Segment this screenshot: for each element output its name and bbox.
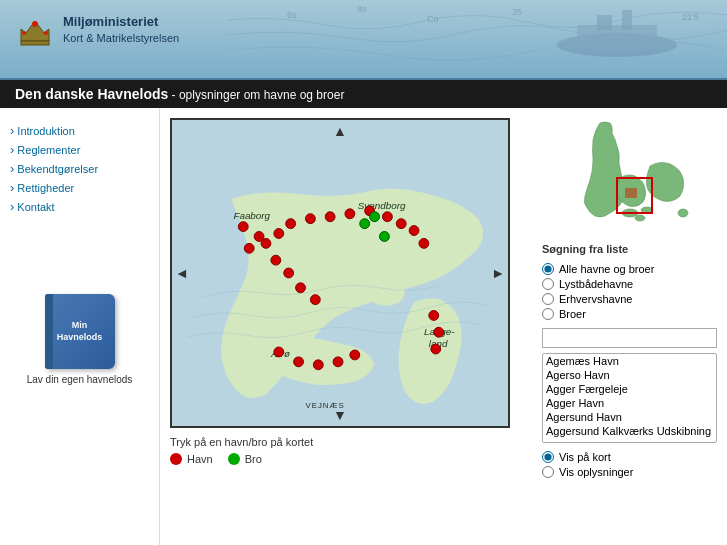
svg-point-44: [429, 311, 439, 321]
legend-bro: Bro: [228, 453, 262, 465]
radio-all-label: Alle havne og broer: [559, 263, 654, 275]
svg-point-38: [310, 295, 320, 305]
map-arrow-bottom[interactable]: ▼: [333, 407, 347, 423]
svg-point-41: [313, 360, 323, 370]
havn-dot: [170, 453, 182, 465]
sidebar: Introduktion Reglementer Bekendtgørelser…: [0, 108, 160, 545]
title-subtitle: - oplysninger om havne og broer: [168, 88, 344, 102]
map-arrow-left[interactable]: ◄: [175, 265, 189, 281]
svg-rect-55: [625, 188, 637, 198]
nav-item-bekendtgorelser[interactable]: Bekendtgørelser: [10, 161, 149, 176]
search-radio-group: Alle havne og broer Lystbådehavne Erhver…: [542, 263, 717, 320]
view-oplysninger[interactable]: Vis oplysninger: [542, 466, 717, 478]
header: Miljøministeriet Kort & Matrikelstyrelse…: [0, 0, 727, 80]
min-havnelods-box: Min Havnelods Lav din egen havnelods: [10, 294, 149, 385]
svg-point-36: [284, 268, 294, 278]
radio-all-input[interactable]: [542, 263, 554, 275]
svg-point-53: [678, 209, 688, 217]
search-title: Søgning fra liste: [542, 243, 717, 255]
svg-text:6s: 6s: [287, 10, 297, 20]
harbor-option-2[interactable]: Agerso Havn: [543, 368, 716, 382]
nav-link-rettigheder[interactable]: Rettigheder: [10, 180, 149, 195]
svg-text:35: 35: [512, 7, 522, 17]
svg-point-4: [44, 31, 48, 35]
view-kort-input[interactable]: [542, 451, 554, 463]
nav-link-kontakt[interactable]: Kontakt: [10, 199, 149, 214]
logo-area: Miljøministeriet Kort & Matrikelstyrelse…: [15, 10, 179, 50]
view-kort-label: Vis på kort: [559, 451, 611, 463]
nav-link-bekendtgorelser[interactable]: Bekendtgørelser: [10, 161, 149, 176]
main-content: Introduktion Reglementer Bekendtgørelser…: [0, 108, 727, 545]
map-area: ▲ ▼ ◄ ►: [160, 108, 532, 545]
denmark-overview-map: [565, 118, 695, 228]
nav-item-kontakt[interactable]: Kontakt: [10, 199, 149, 214]
search-input[interactable]: [542, 328, 717, 348]
radio-broer[interactable]: Broer: [542, 308, 717, 320]
radio-broer-input[interactable]: [542, 308, 554, 320]
title-bar: Den danske Havnelods - oplysninger om ha…: [0, 80, 727, 108]
view-kort[interactable]: Vis på kort: [542, 451, 717, 463]
map-click-instruction: Tryk på en havn/bro på kortet: [170, 436, 522, 448]
logo-text: Miljøministeriet Kort & Matrikelstyrelse…: [63, 14, 179, 45]
svg-text:Faaborg: Faaborg: [233, 210, 270, 221]
harbor-list[interactable]: Agemæs Havn Agerso Havn Agger Færgeleje …: [542, 353, 717, 443]
view-oplysninger-input[interactable]: [542, 466, 554, 478]
svg-point-34: [419, 238, 429, 248]
book-icon[interactable]: Min Havnelods: [45, 294, 115, 369]
right-panel: Søgning fra liste Alle havne og broer Ly…: [532, 108, 727, 545]
svg-point-37: [296, 283, 306, 293]
map-arrow-top[interactable]: ▲: [333, 123, 347, 139]
nav-item-reglementer[interactable]: Reglementer: [10, 142, 149, 157]
map-legend: Havn Bro: [170, 453, 522, 465]
radio-erhvervs-label: Erhvervshavne: [559, 293, 632, 305]
radio-lystbade-label: Lystbådehavne: [559, 278, 633, 290]
svg-text:Co: Co: [427, 14, 439, 24]
harbor-option-4[interactable]: Agger Havn: [543, 396, 716, 410]
svg-point-47: [360, 219, 370, 229]
bro-label: Bro: [245, 453, 262, 465]
havn-label: Havn: [187, 453, 213, 465]
map-svg[interactable]: Faaborg Svendborg Ærø Lange- land VEJNÆS: [172, 120, 508, 426]
svg-rect-1: [21, 41, 49, 45]
svg-point-33: [409, 226, 419, 236]
radio-lystbade-input[interactable]: [542, 278, 554, 290]
nav-item-introduktion[interactable]: Introduktion: [10, 123, 149, 138]
svg-point-23: [244, 243, 254, 253]
book-icon-text: Min Havnelods: [57, 320, 103, 343]
harbor-option-1[interactable]: Agemæs Havn: [543, 354, 716, 368]
radio-erhvervs[interactable]: Erhvervshavne: [542, 293, 717, 305]
view-oplysninger-label: Vis oplysninger: [559, 466, 633, 478]
map-footer: Tryk på en havn/bro på kortet Havn Bro: [170, 436, 522, 465]
svg-rect-8: [622, 10, 632, 30]
svg-point-32: [396, 219, 406, 229]
radio-lystbade[interactable]: Lystbådehavne: [542, 278, 717, 290]
svg-point-26: [286, 219, 296, 229]
svg-point-24: [261, 238, 271, 248]
radio-erhvervs-input[interactable]: [542, 293, 554, 305]
nav-links: Introduktion Reglementer Bekendtgørelser…: [10, 123, 149, 214]
svg-point-42: [333, 357, 343, 367]
svg-text:21'5: 21'5: [682, 12, 699, 22]
map-container[interactable]: ▲ ▼ ◄ ►: [170, 118, 510, 428]
nav-item-rettigheder[interactable]: Rettigheder: [10, 180, 149, 195]
harbor-option-6[interactable]: Aggersund Kalkværks Udskibning: [543, 424, 716, 438]
svg-rect-6: [577, 25, 657, 45]
harbor-option-3[interactable]: Agger Færgeleje: [543, 382, 716, 396]
map-arrow-right[interactable]: ►: [491, 265, 505, 281]
svg-point-46: [431, 344, 441, 354]
svg-point-28: [325, 212, 335, 222]
svg-point-21: [238, 222, 248, 232]
svg-point-2: [32, 21, 38, 27]
logo-line2: Kort & Matrikelstyrelsen: [63, 31, 179, 45]
svg-rect-7: [597, 15, 612, 30]
svg-point-31: [382, 212, 392, 222]
svg-point-25: [274, 229, 284, 239]
nav-link-reglementer[interactable]: Reglementer: [10, 142, 149, 157]
harbor-option-5[interactable]: Agersund Havn: [543, 410, 716, 424]
nav-link-introduktion[interactable]: Introduktion: [10, 123, 149, 138]
svg-point-35: [271, 255, 281, 265]
book-label: Lav din egen havnelods: [27, 374, 133, 385]
svg-point-48: [370, 212, 380, 222]
radio-all-havne[interactable]: Alle havne og broer: [542, 263, 717, 275]
svg-point-3: [22, 31, 26, 35]
